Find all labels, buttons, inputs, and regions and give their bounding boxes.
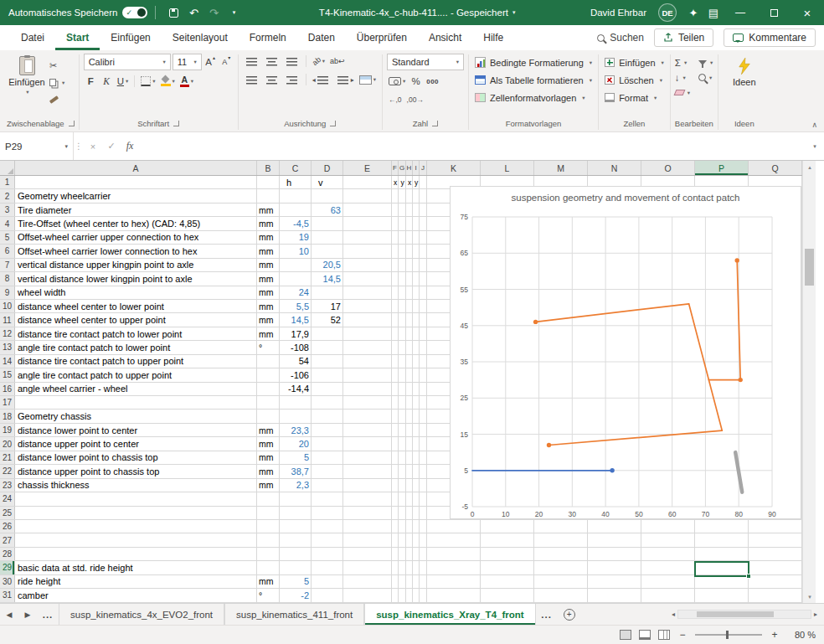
column-header-D[interactable]: D xyxy=(312,161,343,175)
row-header-25[interactable]: 25 xyxy=(0,507,15,519)
zoom-in-button[interactable]: + xyxy=(770,629,780,641)
search-box[interactable]: Suchen xyxy=(597,32,644,44)
save-button[interactable] xyxy=(163,0,183,25)
cell-C18[interactable] xyxy=(280,410,312,422)
menu-tab-ansicht[interactable]: Ansicht xyxy=(418,25,472,50)
cell-B4[interactable]: mm xyxy=(257,217,280,229)
cell-A28[interactable] xyxy=(15,548,257,560)
menu-tab-überprüfen[interactable]: Überprüfen xyxy=(346,25,418,50)
cell-C10[interactable]: 5,5 xyxy=(280,300,312,312)
cell-B26[interactable] xyxy=(257,520,280,533)
menu-tab-seitenlayout[interactable]: Seitenlayout xyxy=(162,25,239,50)
dialog-launcher-icon[interactable] xyxy=(330,121,336,126)
merge-center-button[interactable]: ▾ xyxy=(358,72,378,87)
autosave-toggle[interactable]: Automatisches Speichern ✓ xyxy=(8,7,147,18)
menu-tab-formeln[interactable]: Formeln xyxy=(239,25,297,50)
font-size-select[interactable]: 11▾ xyxy=(173,54,202,70)
hscroll-track[interactable] xyxy=(677,610,811,619)
cell-C29[interactable] xyxy=(280,561,312,574)
cell-E1[interactable] xyxy=(343,176,392,188)
cell-styles-button[interactable]: Zellenformatvorlagen▾ xyxy=(473,89,587,106)
cell-C20[interactable]: 20 xyxy=(280,437,312,450)
cell-C7[interactable] xyxy=(280,259,312,271)
cell-D30[interactable] xyxy=(312,575,343,588)
cell-D19[interactable] xyxy=(312,424,343,436)
cell-B28[interactable] xyxy=(257,548,280,560)
cell-A16[interactable]: angle wheel carrier - wheel xyxy=(15,383,257,395)
clear-button[interactable]: ▾ xyxy=(675,86,690,99)
cell-A29[interactable]: basic data at std. ride height xyxy=(15,561,257,574)
cell-A17[interactable] xyxy=(15,396,257,409)
menu-tab-daten[interactable]: Daten xyxy=(297,25,346,50)
fill-handle[interactable] xyxy=(746,574,751,579)
cell-D18[interactable] xyxy=(312,410,343,422)
copy-button[interactable]: ▾ xyxy=(49,76,64,89)
cell-C5[interactable]: 19 xyxy=(280,231,312,244)
row-header-9[interactable]: 9 xyxy=(0,286,15,299)
column-header-F[interactable]: F xyxy=(392,161,399,175)
cell-A1[interactable] xyxy=(15,176,257,188)
dialog-launcher-icon[interactable] xyxy=(432,121,438,126)
cell-C9[interactable]: 24 xyxy=(280,286,312,299)
cell-A25[interactable] xyxy=(15,507,257,519)
menu-tab-hilfe[interactable]: Hilfe xyxy=(472,25,514,50)
increase-indent-button[interactable]: ▸ xyxy=(334,72,356,87)
column-header-M[interactable]: M xyxy=(534,161,588,175)
hscroll-right-icon[interactable]: ▸ xyxy=(814,611,817,618)
row-header-11[interactable]: 11 xyxy=(0,313,15,326)
cell-A21[interactable]: distance lower point to chassis top xyxy=(15,451,257,464)
cell-C6[interactable]: 10 xyxy=(280,245,312,257)
cell-A6[interactable]: Offset-wheel carrier lower connection to… xyxy=(15,245,257,257)
cell-C8[interactable] xyxy=(280,272,312,285)
cell-A13[interactable]: angle tire contact patch to lower point xyxy=(15,341,257,353)
cell-D29[interactable] xyxy=(312,561,343,574)
cell-C17[interactable] xyxy=(280,396,312,409)
avatar[interactable]: DE xyxy=(658,3,677,22)
cell-B3[interactable]: mm xyxy=(257,204,280,216)
user-name[interactable]: David Ehrbar xyxy=(590,8,646,18)
format-painter-button[interactable] xyxy=(49,93,64,106)
column-header-H[interactable]: H xyxy=(406,161,413,175)
column-header-P[interactable]: P xyxy=(695,161,749,175)
scroll-up-icon[interactable]: ▴ xyxy=(803,161,816,173)
align-bottom-button[interactable] xyxy=(283,54,301,69)
minimize-button[interactable]: — xyxy=(724,0,757,25)
column-header-K[interactable]: K xyxy=(427,161,481,175)
row-header-6[interactable]: 6 xyxy=(0,245,15,257)
cell-D5[interactable] xyxy=(312,231,343,244)
cell-A15[interactable]: angle tire contact patch to upper point xyxy=(15,368,257,381)
cell-C14[interactable]: 54 xyxy=(280,355,312,368)
share-button[interactable]: Teilen xyxy=(654,28,713,47)
row-header-12[interactable]: 12 xyxy=(0,327,15,340)
row-header-10[interactable]: 10 xyxy=(0,300,15,312)
cell-B19[interactable]: mm xyxy=(257,424,280,436)
align-middle-button[interactable] xyxy=(263,54,281,69)
cell-A11[interactable]: distance wheel center to upper point xyxy=(15,313,257,326)
cell-B21[interactable]: mm xyxy=(257,451,280,464)
cell-B11[interactable]: mm xyxy=(257,313,280,326)
cell-A20[interactable]: distance upper point to center xyxy=(15,437,257,450)
cell-D1[interactable]: v xyxy=(312,176,343,188)
cell-A14[interactable]: distance tire contact patch to upper poi… xyxy=(15,355,257,368)
row-header-17[interactable]: 17 xyxy=(0,396,15,409)
cell-D31[interactable] xyxy=(312,589,343,601)
cell-B13[interactable]: ° xyxy=(257,341,280,353)
column-header-C[interactable]: C xyxy=(280,161,312,175)
cell-C3[interactable] xyxy=(280,204,312,216)
align-left-button[interactable] xyxy=(243,72,261,87)
view-normal-icon[interactable] xyxy=(620,630,631,640)
cell-D28[interactable] xyxy=(312,548,343,560)
close-button[interactable]: × xyxy=(791,0,824,25)
cell-A7[interactable]: vertical distance upper kingpin point to… xyxy=(15,259,257,271)
sheet-overflow-right[interactable]: ... xyxy=(536,604,558,625)
cell-C15[interactable]: -106 xyxy=(280,368,312,381)
cell-D24[interactable] xyxy=(312,492,343,505)
cell-B7[interactable]: mm xyxy=(257,259,280,271)
vertical-scrollbar[interactable]: ▴ ▾ xyxy=(802,161,816,603)
sheet-tab-susp_kinematics_Xray_T4_front[interactable]: susp_kinematics_Xray_T4_front xyxy=(364,604,535,625)
cell-B29[interactable] xyxy=(257,561,280,574)
menu-tab-datei[interactable]: Datei xyxy=(10,25,55,50)
cell-B16[interactable] xyxy=(257,383,280,395)
cell-A3[interactable]: Tire diameter xyxy=(15,204,257,216)
cell-D12[interactable] xyxy=(312,327,343,340)
